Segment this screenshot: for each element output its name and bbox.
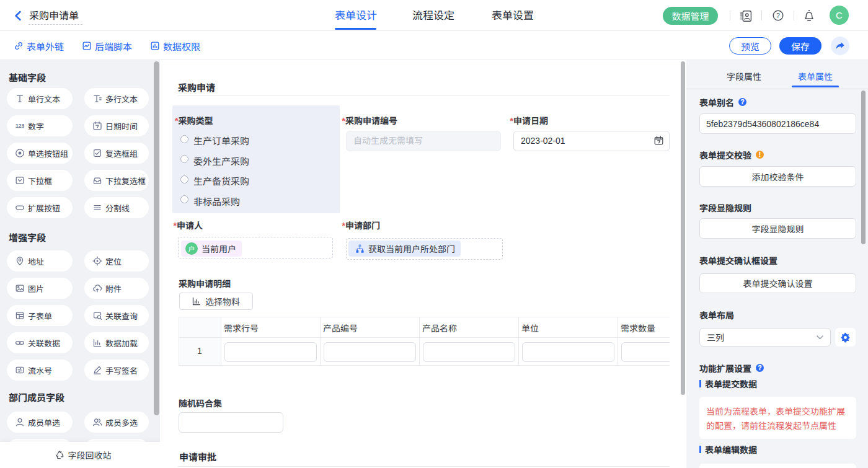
svg-text:123: 123: [16, 123, 24, 129]
svg-text:?: ?: [776, 12, 780, 19]
